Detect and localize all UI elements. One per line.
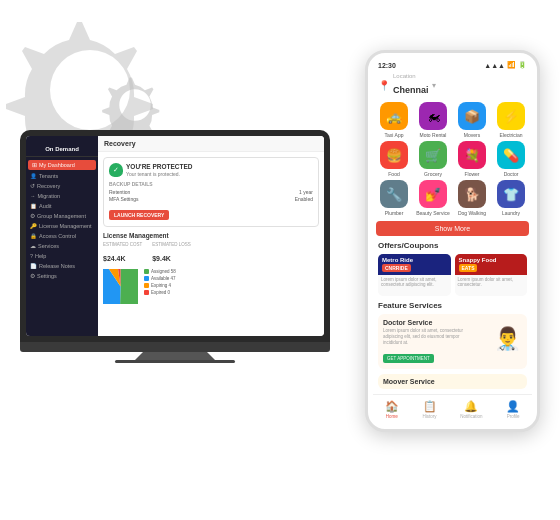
sidebar-label-access: Access Control [39, 233, 76, 239]
nav-notification[interactable]: 🔔 Notification [460, 400, 482, 419]
nav-history[interactable]: 📋 History [423, 400, 437, 419]
app-movers[interactable]: 📦 Movers [454, 102, 490, 138]
doctor-illustration: 👨‍⚕️ [492, 319, 522, 359]
sidebar-item-migration[interactable]: → Migration [26, 191, 98, 201]
recovery-icon: ↺ [30, 183, 35, 189]
sidebar-item-group[interactable]: ⚙ Group Management [26, 211, 98, 221]
estimated-cost: ESTIMATED COST $24.4K [103, 242, 142, 265]
location-pin-icon: 📍 [378, 80, 390, 91]
doctor-service-body: Lorem ipsum dolor sit amet, consectetur … [383, 328, 473, 346]
wifi-icon: 📶 [507, 61, 516, 69]
snappy-food-card-inner: Snappy Food EATS Lorem ipsum dolor sit a… [455, 254, 528, 296]
sidebar-label-license: License Management [39, 223, 92, 229]
nav-profile[interactable]: 👤 Profile [506, 400, 520, 419]
settings-icon: ⚙ [30, 273, 35, 279]
sidebar-header: On Demand [26, 142, 98, 157]
app-plumber[interactable]: 🔧 Plumber [376, 180, 412, 216]
sidebar-item-license[interactable]: 🔑 License Management [26, 221, 98, 231]
notification-nav-label: Notification [460, 414, 482, 419]
sidebar-item-release[interactable]: 📄 Release Notes [26, 261, 98, 271]
estimated-cost-value: $24.4K [103, 255, 126, 262]
location-label: Location [393, 73, 429, 79]
profile-nav-icon: 👤 [506, 400, 520, 413]
license-bottom: Assigned 58 Available 47 Expiring 4 [103, 269, 319, 304]
snappy-food-code: EATS [459, 264, 478, 272]
offer-metro-ride[interactable]: Metro Ride CNRRIDE Lorem ipsum dolor sit… [378, 254, 451, 296]
app-electrician[interactable]: ⚡ Electrician [493, 102, 529, 138]
snappy-food-body: Lorem ipsum dolor sit amet, consectetur. [455, 275, 528, 296]
app-flower[interactable]: 💐 Flower [454, 141, 490, 177]
laptop-main-content: Recovery YOU'RE PROTECTED Your tenant is… [98, 136, 324, 336]
sidebar-item-audit[interactable]: 📋 Audit [26, 201, 98, 211]
group-icon: ⚙ [30, 213, 35, 219]
flower-label: Flower [464, 171, 479, 177]
offer-snappy-food[interactable]: Snappy Food EATS Lorem ipsum dolor sit a… [455, 254, 528, 296]
retention-row: Retention 1 year [109, 189, 313, 195]
protected-box: YOU'RE PROTECTED Your tenant is protecte… [103, 157, 319, 227]
metro-ride-text: Lorem ipsum dolor sit amet, consectetur … [381, 277, 437, 287]
phone-status-icons: ▲▲▲ 📶 🔋 [484, 61, 527, 69]
estimated-loss-label: ESTIMATED LOSS [152, 242, 191, 247]
plumber-label: Plumber [385, 210, 404, 216]
laundry-icon: 👕 [497, 180, 525, 208]
show-more-button[interactable]: Show More [376, 221, 529, 236]
svg-point-3 [105, 271, 136, 302]
sidebar-item-tenants[interactable]: 👤 Tenants [26, 171, 98, 181]
license-pie-chart [103, 269, 138, 304]
sidebar-label-help: Help [35, 253, 46, 259]
beauty-service-icon: 💅 [419, 180, 447, 208]
license-legend: Assigned 58 Available 47 Expiring 4 [144, 269, 176, 295]
snappy-food-header: Snappy Food EATS [455, 254, 528, 275]
access-icon: 🔒 [30, 233, 37, 239]
laundry-label: Laundry [502, 210, 520, 216]
phone-bottom-nav: 🏠 Home 📋 History 🔔 Notification 👤 Profil… [373, 394, 532, 421]
protected-badge: YOU'RE PROTECTED [126, 163, 193, 171]
plumber-icon: 🔧 [380, 180, 408, 208]
snappy-food-title: Snappy Food [459, 257, 524, 263]
app-moto[interactable]: 🏍 Moto Rental [415, 102, 451, 138]
get-appointment-button[interactable]: GET APPOINTMENT [383, 354, 434, 363]
protected-subtitle: Your tenant is protected. [126, 171, 193, 177]
doctor-icon: 💊 [497, 141, 525, 169]
protected-title-row: YOU'RE PROTECTED Your tenant is protecte… [109, 163, 313, 177]
app-dog[interactable]: 🐕 Dog Walking [454, 180, 490, 216]
app-taxi[interactable]: 🚕 Taxi App [376, 102, 412, 138]
sidebar-item-settings[interactable]: ⚙ Settings [26, 271, 98, 281]
nav-home[interactable]: 🏠 Home [385, 400, 399, 419]
sidebar-item-help[interactable]: ? Help [26, 251, 98, 261]
license-icon: 🔑 [30, 223, 37, 229]
phone-status-bar: 12:30 ▲▲▲ 📶 🔋 [373, 61, 532, 73]
phone-location-bar[interactable]: 📍 Location Chennai ▾ [373, 73, 532, 102]
history-nav-icon: 📋 [423, 400, 437, 413]
app-laundry[interactable]: 👕 Laundry [493, 180, 529, 216]
app-food[interactable]: 🍔 Food [376, 141, 412, 177]
shield-icon [109, 163, 123, 177]
dog-walking-label: Dog Walking [458, 210, 486, 216]
metro-ride-code: CNRRIDE [382, 264, 411, 272]
app-beauty[interactable]: 💅 Beauty Service [415, 180, 451, 216]
location-city: Chennai [393, 85, 429, 95]
launch-recovery-button[interactable]: LAUNCH RECOVERY [109, 210, 169, 220]
beauty-service-label: Beauty Service [416, 210, 450, 216]
battery-icon: 🔋 [518, 61, 527, 69]
sidebar-item-access[interactable]: 🔒 Access Control [26, 231, 98, 241]
sidebar-label-release: Release Notes [39, 263, 75, 269]
phone: 12:30 ▲▲▲ 📶 🔋 📍 Location Chennai ▾ [365, 50, 540, 432]
content-header: Recovery [98, 136, 324, 152]
license-title: License Management [103, 232, 319, 239]
sidebar-item-services[interactable]: ☁ Services [26, 241, 98, 251]
moover-service-card: Moover Service [378, 374, 527, 389]
estimated-loss-value: $9.4K [152, 255, 171, 262]
food-label: Food [388, 171, 399, 177]
app-grocery[interactable]: 🛒 Grocery [415, 141, 451, 177]
app-doctor[interactable]: 💊 Doctor [493, 141, 529, 177]
laptop-screen-outer: On Demand ⊞ My Dashboard 👤 Tenants ↺ Rec… [20, 130, 330, 342]
backup-details: BACKUP DETAILS Retention 1 year MFA Sett… [109, 181, 313, 202]
movers-icon: 📦 [458, 102, 486, 130]
sidebar-item-dashboard[interactable]: ⊞ My Dashboard [28, 160, 96, 170]
services-icon: ☁ [30, 243, 36, 249]
content-body: YOU'RE PROTECTED Your tenant is protecte… [98, 152, 324, 336]
expired-color-dot [144, 290, 149, 295]
retention-value: 1 year [299, 189, 313, 195]
sidebar-item-recovery[interactable]: ↺ Recovery [26, 181, 98, 191]
